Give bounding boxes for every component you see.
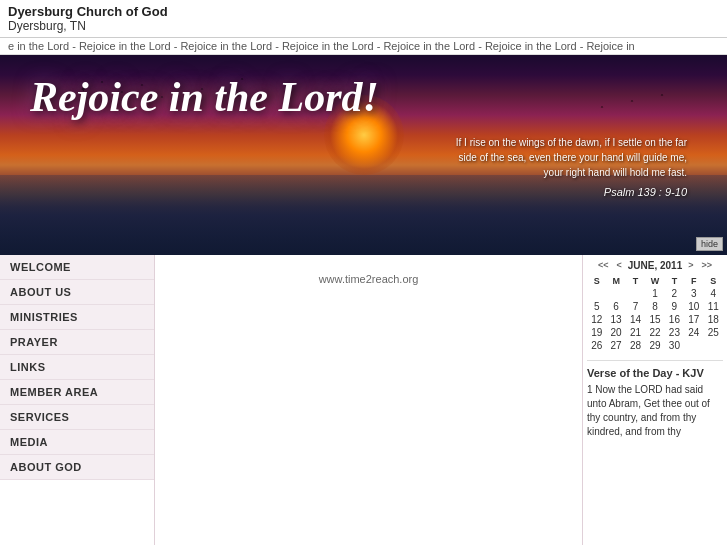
cal-day-header: M [606,275,625,287]
calendar-day[interactable]: 6 [606,300,625,313]
calendar-week-row: 1234 [587,287,723,300]
calendar-day[interactable]: 7 [626,300,645,313]
calendar-prev[interactable]: < [614,259,623,271]
sidebar-item-prayer[interactable]: PRAYER [0,330,154,355]
sidebar-item-welcome[interactable]: WELCOME [0,255,154,280]
scripture-box: If I rise on the wings of the dawn, if I… [437,135,687,201]
cal-day-header: T [626,275,645,287]
calendar-day [704,339,723,352]
calendar-day[interactable]: 15 [645,313,664,326]
calendar-day[interactable]: 14 [626,313,645,326]
site-title: Dyersburg Church of God [8,4,719,19]
calendar-day [606,287,625,300]
cal-day-header: S [587,275,606,287]
calendar-day[interactable]: 8 [645,300,664,313]
calendar-week-row: 19202122232425 [587,326,723,339]
sidebar-item-member-area[interactable]: MEMBER AREA [0,380,154,405]
calendar-day [626,287,645,300]
sidebar-item-media[interactable]: MEDIA [0,430,154,455]
right-sidebar: << < JUNE, 2011 > >> SMTWTFS 12345678910… [582,255,727,545]
calendar-day[interactable]: 13 [606,313,625,326]
calendar-day[interactable]: 4 [704,287,723,300]
calendar-day[interactable]: 21 [626,326,645,339]
calendar-day[interactable]: 26 [587,339,606,352]
cal-day-header: W [645,275,664,287]
calendar-day[interactable]: 19 [587,326,606,339]
calendar-day[interactable]: 27 [606,339,625,352]
sidebar-item-ministries[interactable]: MINISTRIES [0,305,154,330]
calendar-day[interactable]: 3 [684,287,703,300]
calendar-widget: << < JUNE, 2011 > >> SMTWTFS 12345678910… [587,259,723,352]
sidebar-nav: WELCOMEABOUT USMINISTRIESPRAYERLINKSMEMB… [0,255,155,545]
calendar-day[interactable]: 16 [665,313,684,326]
calendar-day[interactable]: 9 [665,300,684,313]
verse-text: 1 Now the LORD had said unto Abram, Get … [587,383,723,439]
verse-section: Verse of the Day - KJV 1 Now the LORD ha… [587,360,723,439]
calendar-day[interactable]: 29 [645,339,664,352]
main-content: www.time2reach.org [155,255,582,545]
sidebar-item-services[interactable]: SERVICES [0,405,154,430]
site-subtitle: Dyersburg, TN [8,19,719,33]
main-layout: WELCOMEABOUT USMINISTRIESPRAYERLINKSMEMB… [0,255,727,545]
calendar-day[interactable]: 1 [645,287,664,300]
calendar-day[interactable]: 5 [587,300,606,313]
calendar-grid: SMTWTFS 12345678910111213141516171819202… [587,275,723,352]
calendar-day[interactable]: 12 [587,313,606,326]
calendar-day[interactable]: 20 [606,326,625,339]
scripture-reference: Psalm 139 : 9-10 [437,184,687,201]
calendar-day[interactable]: 24 [684,326,703,339]
hide-button[interactable]: hide [696,237,723,251]
cal-day-header: F [684,275,703,287]
calendar-day[interactable]: 25 [704,326,723,339]
calendar-week-row: 12131415161718 [587,313,723,326]
calendar-month-year: JUNE, 2011 [628,260,682,271]
calendar-day[interactable]: 18 [704,313,723,326]
calendar-next-next[interactable]: >> [700,259,715,271]
bird-icon: ˄ [660,93,664,102]
website-credit: www.time2reach.org [163,263,574,295]
ticker-bar: e in the Lord - Rejoice in the Lord - Re… [0,38,727,55]
sidebar-item-about-us[interactable]: ABOUT US [0,280,154,305]
calendar-next[interactable]: > [686,259,695,271]
calendar-day[interactable]: 28 [626,339,645,352]
cal-day-header: S [704,275,723,287]
cal-day-header: T [665,275,684,287]
bird-icon: ˄ [600,105,604,114]
calendar-header: << < JUNE, 2011 > >> [587,259,723,271]
bird-icon: ˄ [630,99,634,108]
calendar-day [684,339,703,352]
calendar-day[interactable]: 11 [704,300,723,313]
scripture-text: If I rise on the wings of the dawn, if I… [437,135,687,180]
hero-banner: ✦ ˄ ˄ ˄ ˄ ˄ ˄ ˄ ˄ ˄ Rejoice in the Lord!… [0,55,727,255]
calendar-day[interactable]: 2 [665,287,684,300]
calendar-day [587,287,606,300]
calendar-day[interactable]: 17 [684,313,703,326]
calendar-day[interactable]: 22 [645,326,664,339]
hero-title: Rejoice in the Lord! [30,73,379,121]
page-header: Dyersburg Church of God Dyersburg, TN [0,0,727,38]
sidebar-item-about-god[interactable]: ABOUT GOD [0,455,154,480]
sidebar-item-links[interactable]: LINKS [0,355,154,380]
calendar-day[interactable]: 10 [684,300,703,313]
ticker-text: e in the Lord - Rejoice in the Lord - Re… [8,40,635,52]
calendar-day[interactable]: 23 [665,326,684,339]
calendar-prev-prev[interactable]: << [596,259,611,271]
calendar-week-row: 2627282930 [587,339,723,352]
calendar-week-row: 567891011 [587,300,723,313]
calendar-day[interactable]: 30 [665,339,684,352]
verse-title: Verse of the Day - KJV [587,367,723,379]
